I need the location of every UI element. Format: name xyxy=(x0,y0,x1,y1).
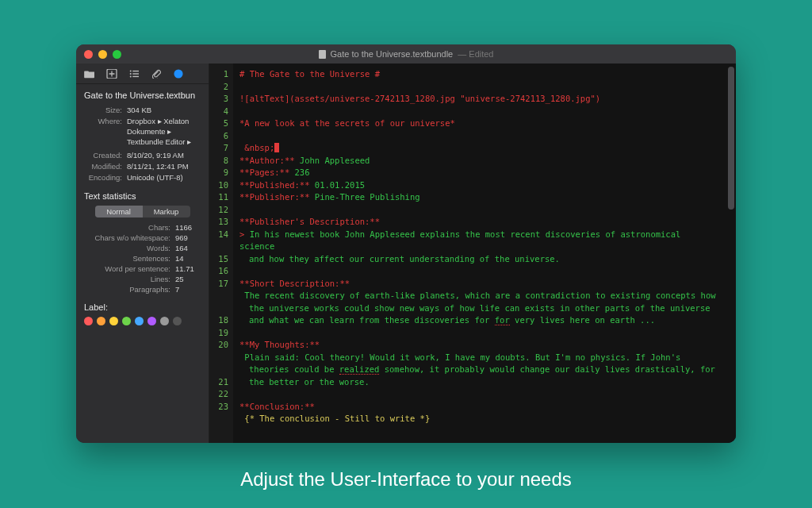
segment-normal[interactable]: Normal xyxy=(95,206,143,217)
window-title: Gate to the Universe.textbundle — Edited xyxy=(76,49,736,59)
meta-created: Created:8/10/20, 9:19 AM xyxy=(84,150,201,161)
text-cursor xyxy=(274,143,279,152)
code-area[interactable]: # The Gate to the Universe # ![altText](… xyxy=(233,64,726,443)
stat-row: Words:164 xyxy=(84,243,201,253)
edited-indicator: — Edited xyxy=(458,49,493,59)
meta-encoding: Encoding:Unicode (UTF-8) xyxy=(84,172,201,183)
scrollbar-thumb[interactable] xyxy=(728,67,734,210)
meta-where: Where:Dropbox ▸ XelatonDokumente ▸Textbu… xyxy=(84,116,201,147)
stats-segmented[interactable]: Normal Markup xyxy=(95,206,190,217)
color-swatch[interactable] xyxy=(160,317,169,325)
svg-rect-2 xyxy=(132,70,139,71)
paperclip-icon[interactable] xyxy=(151,69,162,79)
stat-row: Word per sentence:11.71 xyxy=(84,264,201,274)
color-swatch[interactable] xyxy=(173,317,182,325)
stats-rows: Chars:1166Chars w/o whitespace:969Words:… xyxy=(84,222,201,294)
color-swatch[interactable] xyxy=(122,317,131,325)
svg-point-1 xyxy=(130,70,132,71)
color-swatch[interactable] xyxy=(97,317,105,325)
stat-row: Lines:25 xyxy=(84,274,201,284)
stat-row: Chars w/o whitespace:969 xyxy=(84,233,201,243)
sidebar-toolbar xyxy=(76,64,209,84)
color-swatch[interactable] xyxy=(109,317,118,325)
color-swatch[interactable] xyxy=(135,317,144,325)
window-filename: Gate to the Universe.textbundle xyxy=(331,49,454,59)
segment-markup[interactable]: Markup xyxy=(143,206,190,217)
window-content: Gate to the Universe.textbun Size:304 KB… xyxy=(76,64,736,443)
sidebar-body: Gate to the Universe.textbun Size:304 KB… xyxy=(76,84,209,333)
titlebar: Gate to the Universe.textbundle — Edited xyxy=(76,44,736,64)
stat-row: Chars:1166 xyxy=(84,222,201,233)
meta-size: Size:304 KB xyxy=(84,105,201,116)
svg-rect-6 xyxy=(132,75,139,76)
svg-point-3 xyxy=(130,72,132,74)
folder-icon[interactable] xyxy=(84,69,95,79)
line-gutter: 1234567891011121314151617181920212223 xyxy=(209,64,233,443)
svg-rect-4 xyxy=(132,73,139,74)
color-swatch[interactable] xyxy=(147,317,156,325)
editor-scrollbar[interactable] xyxy=(726,64,736,443)
meta-modified: Modified:8/11/21, 12:41 PM xyxy=(84,161,201,172)
svg-point-5 xyxy=(130,75,132,77)
label-swatches xyxy=(84,317,201,325)
app-window: Gate to the Universe.textbundle — Edited… xyxy=(76,44,736,443)
stat-row: Sentences:14 xyxy=(84,253,201,264)
editor: 1234567891011121314151617181920212223 # … xyxy=(209,64,736,443)
sidebar-filename: Gate to the Universe.textbun xyxy=(84,90,201,100)
document-icon xyxy=(319,50,326,59)
promo-caption: Adjust the User-Interface to your needs xyxy=(0,468,812,491)
stats-title: Text statistics xyxy=(84,191,201,201)
info-icon[interactable] xyxy=(173,69,184,79)
stat-row: Paragraphs:7 xyxy=(84,284,201,294)
color-swatch[interactable] xyxy=(84,317,93,325)
plus-square-icon[interactable] xyxy=(106,69,117,79)
svg-point-7 xyxy=(174,69,182,78)
sidebar: Gate to the Universe.textbun Size:304 KB… xyxy=(76,64,209,443)
label-title: Label: xyxy=(84,302,201,312)
list-icon[interactable] xyxy=(128,69,140,79)
